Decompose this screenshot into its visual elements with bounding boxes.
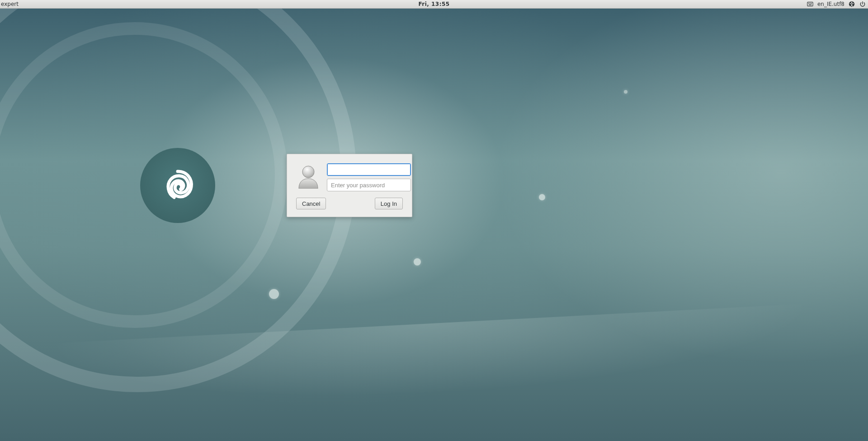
login-dialog: Cancel Log In bbox=[287, 154, 412, 217]
username-input[interactable] bbox=[327, 163, 411, 176]
login-button[interactable]: Log In bbox=[375, 198, 403, 209]
cancel-button[interactable]: Cancel bbox=[296, 198, 326, 209]
distro-badge bbox=[140, 148, 215, 223]
wallpaper: Cancel Log In bbox=[0, 9, 698, 355]
svg-point-7 bbox=[302, 166, 314, 178]
clock-label[interactable]: Fri, 13:55 bbox=[418, 0, 449, 8]
debian-swirl-icon bbox=[158, 166, 197, 206]
hostname-label: expert bbox=[1, 0, 19, 8]
top-panel: expert Fri, 13:55 en_IE.utf8 bbox=[0, 0, 698, 9]
user-avatar-icon bbox=[296, 164, 321, 189]
password-input[interactable] bbox=[327, 179, 411, 191]
